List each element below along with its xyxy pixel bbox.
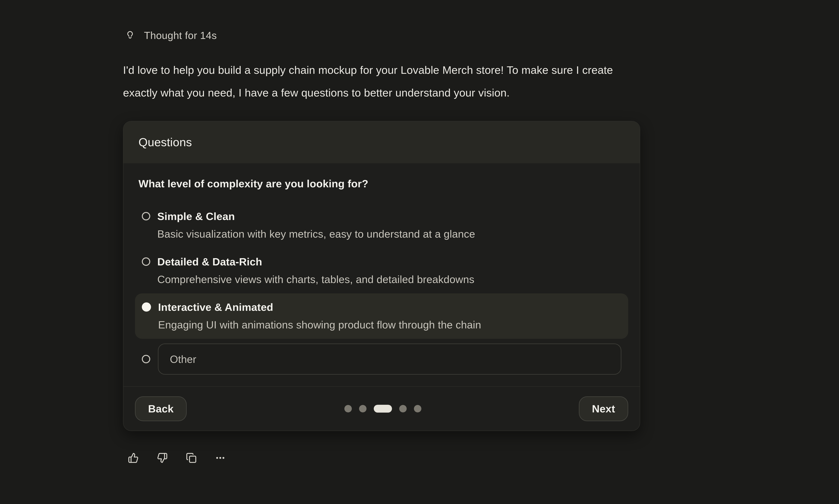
progress-dots	[344, 405, 421, 413]
copy-button[interactable]	[186, 452, 197, 463]
progress-dot	[399, 405, 407, 412]
message-actions	[128, 452, 640, 463]
card-header: Questions	[123, 121, 640, 163]
card-body: What level of complexity are you looking…	[123, 163, 640, 386]
more-options-icon	[215, 452, 226, 463]
option-description: Engaging UI with animations showing prod…	[158, 316, 481, 334]
progress-dot-active	[374, 405, 392, 413]
other-option-input[interactable]	[158, 343, 622, 375]
assistant-message: I'd love to help you build a supply chai…	[123, 59, 762, 104]
thumbs-up-button[interactable]	[128, 452, 139, 463]
option-title: Detailed & Data-Rich	[157, 253, 474, 270]
thought-label: Thought for 14s	[144, 30, 217, 41]
chat-message-region: Thought for 14s I'd love to help you bui…	[123, 0, 640, 463]
more-options-button[interactable]	[215, 452, 226, 463]
question-text: What level of complexity are you looking…	[139, 178, 628, 190]
option-other[interactable]	[135, 339, 628, 379]
radio-icon[interactable]	[142, 212, 150, 220]
thumbs-down-button[interactable]	[157, 452, 168, 463]
next-button[interactable]: Next	[579, 396, 628, 421]
progress-dot	[414, 405, 421, 412]
progress-dot	[359, 405, 367, 412]
radio-icon[interactable]	[142, 355, 150, 363]
message-line: exactly what you need, I have a few ques…	[123, 82, 762, 104]
card-footer: Back Next	[123, 386, 640, 431]
copy-icon	[186, 452, 197, 463]
option-simple-clean[interactable]: Simple & Clean Basic visualization with …	[135, 202, 628, 248]
questions-card: Questions What level of complexity are y…	[123, 121, 640, 431]
option-title: Simple & Clean	[157, 208, 475, 225]
lightbulb-icon	[125, 31, 135, 40]
option-title: Interactive & Animated	[158, 299, 481, 316]
back-button[interactable]: Back	[135, 396, 187, 421]
option-description: Basic visualization with key metrics, ea…	[157, 225, 475, 243]
option-description: Comprehensive views with charts, tables,…	[157, 270, 474, 288]
option-detailed-data-rich[interactable]: Detailed & Data-Rich Comprehensive views…	[135, 248, 628, 293]
options-list: Simple & Clean Basic visualization with …	[135, 202, 628, 379]
radio-selected-icon[interactable]	[142, 302, 151, 311]
thumbs-up-icon	[128, 452, 139, 463]
message-line: I'd love to help you build a supply chai…	[123, 59, 762, 82]
thumbs-down-icon	[157, 452, 168, 463]
thought-toggle[interactable]: Thought for 14s	[125, 29, 640, 41]
progress-dot	[344, 405, 352, 412]
radio-icon[interactable]	[142, 257, 150, 266]
option-interactive-animated[interactable]: Interactive & Animated Engaging UI with …	[135, 293, 628, 339]
card-title: Questions	[139, 136, 192, 149]
